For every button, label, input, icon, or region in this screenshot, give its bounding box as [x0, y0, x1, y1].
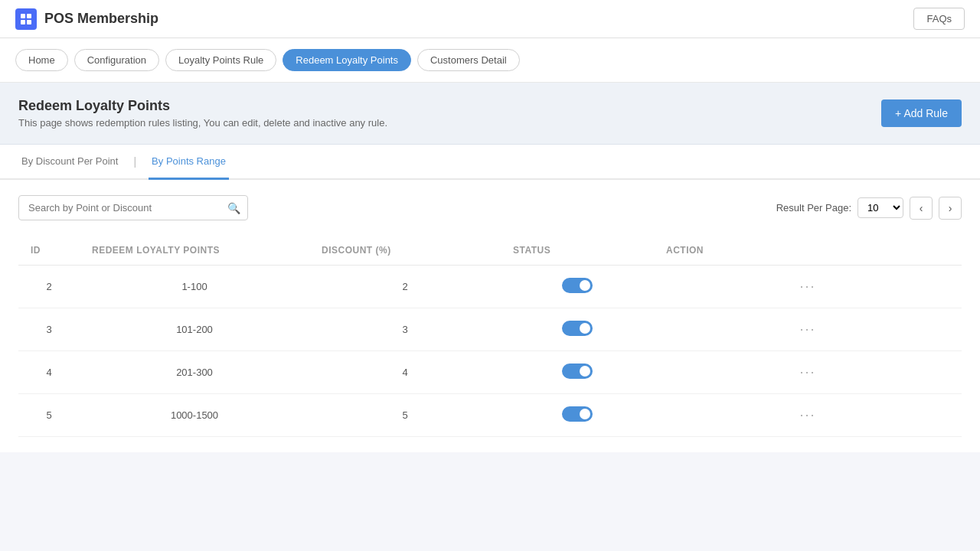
status-toggle[interactable] — [562, 278, 593, 293]
faqs-button[interactable]: FAQs — [913, 8, 965, 30]
col-header-discount: DISCOUNT (%) — [309, 236, 501, 266]
sub-tab-by-points-range[interactable]: By Points Range — [149, 145, 229, 180]
table-header-row: ID REDEEM LOYALTY POINTS DISCOUNT (%) ST… — [18, 236, 962, 266]
cell-discount: 3 — [309, 308, 501, 351]
add-rule-button[interactable]: + Add Rule — [881, 99, 962, 127]
table-row: 2 1-100 2 ··· — [18, 266, 962, 308]
cell-id: 3 — [18, 308, 80, 351]
svg-rect-1 — [27, 14, 31, 18]
svg-rect-3 — [27, 20, 31, 24]
svg-rect-0 — [21, 14, 25, 18]
status-toggle[interactable] — [562, 406, 593, 422]
search-input[interactable] — [18, 195, 248, 220]
cell-action: ··· — [654, 394, 962, 437]
per-page-select[interactable]: 10 25 50 100 — [858, 197, 903, 218]
action-menu-button[interactable]: ··· — [799, 407, 815, 422]
sub-tab-by-discount[interactable]: By Discount Per Point — [18, 145, 121, 180]
cell-id: 5 — [18, 394, 80, 437]
action-menu-button[interactable]: ··· — [799, 321, 815, 337]
header-left: POS Membership — [15, 8, 158, 30]
cell-discount: 5 — [309, 394, 501, 437]
table-row: 4 201-300 4 ··· — [18, 351, 962, 394]
tab-loyalty-points-rule[interactable]: Loyalty Points Rule — [165, 49, 276, 71]
tab-customers-detail[interactable]: Customers Detail — [417, 49, 520, 71]
tab-configuration[interactable]: Configuration — [74, 49, 159, 71]
cell-points: 201-300 — [80, 351, 309, 394]
page-header-info: Redeem Loyalty Points This page shows re… — [18, 98, 387, 129]
sub-tab-separator: | — [133, 155, 136, 168]
col-header-action: ACTION — [654, 236, 962, 266]
table-row: 3 101-200 3 ··· — [18, 308, 962, 351]
cell-action: ··· — [654, 308, 962, 351]
main-content: 🔍 Result Per Page: 10 25 50 100 ‹ › ID R… — [0, 180, 980, 452]
cell-action: ··· — [654, 351, 962, 394]
action-menu-button[interactable]: ··· — [799, 279, 815, 294]
cell-points: 1-100 — [80, 266, 309, 308]
cell-status — [501, 266, 654, 308]
app-title: POS Membership — [44, 11, 158, 27]
col-header-id: ID — [18, 236, 80, 266]
toolbar: 🔍 Result Per Page: 10 25 50 100 ‹ › — [18, 195, 962, 220]
cell-status — [501, 394, 654, 437]
cell-id: 4 — [18, 351, 80, 394]
svg-rect-2 — [21, 20, 25, 24]
page-header: Redeem Loyalty Points This page shows re… — [0, 83, 980, 145]
tab-redeem-loyalty-points[interactable]: Redeem Loyalty Points — [283, 49, 411, 71]
col-header-status: STATUS — [501, 236, 654, 266]
action-menu-button[interactable]: ··· — [799, 364, 815, 380]
cell-id: 2 — [18, 266, 80, 308]
tab-home[interactable]: Home — [15, 49, 68, 71]
search-wrap: 🔍 — [18, 195, 248, 220]
cell-status — [501, 308, 654, 351]
cell-discount: 4 — [309, 351, 501, 394]
status-toggle[interactable] — [562, 364, 593, 379]
app-logo-icon — [15, 8, 37, 30]
table-row: 5 1000-1500 5 ··· — [18, 394, 962, 437]
app-header: POS Membership FAQs — [0, 0, 980, 38]
cell-action: ··· — [654, 266, 962, 308]
col-header-redeem: REDEEM LOYALTY POINTS — [80, 236, 309, 266]
prev-page-button[interactable]: ‹ — [910, 197, 933, 220]
cell-discount: 2 — [309, 266, 501, 308]
page-title: Redeem Loyalty Points — [18, 98, 387, 114]
cell-points: 101-200 — [80, 308, 309, 351]
next-page-button[interactable]: › — [939, 197, 962, 220]
pagination-controls: Result Per Page: 10 25 50 100 ‹ › — [776, 197, 962, 220]
page-description: This page shows redemption rules listing… — [18, 117, 387, 129]
cell-status — [501, 351, 654, 394]
status-toggle[interactable] — [562, 321, 593, 336]
sub-tab-bar: By Discount Per Point | By Points Range — [0, 145, 980, 180]
data-table: ID REDEEM LOYALTY POINTS DISCOUNT (%) ST… — [18, 236, 962, 437]
result-per-page-label: Result Per Page: — [776, 202, 851, 214]
search-icon: 🔍 — [227, 202, 240, 214]
nav-tab-bar: Home Configuration Loyalty Points Rule R… — [0, 38, 980, 83]
cell-points: 1000-1500 — [80, 394, 309, 437]
